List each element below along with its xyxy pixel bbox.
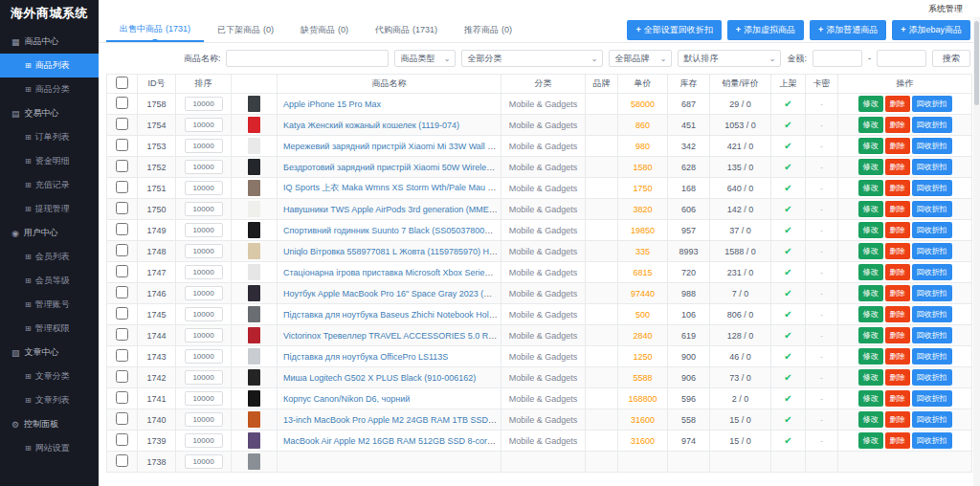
row-checkbox[interactable] xyxy=(116,265,128,277)
sort-input[interactable] xyxy=(185,307,223,321)
delete-button[interactable]: 删除 xyxy=(885,117,910,133)
sidebar-item[interactable]: ⊞管理账号 xyxy=(0,293,99,317)
toolbar-button[interactable]: +全部设置回收折扣 xyxy=(627,20,721,40)
filter-select[interactable]: 默认排序⌄ xyxy=(678,50,781,67)
filter-select[interactable]: 全部分类⌄ xyxy=(461,50,603,67)
edit-button[interactable]: 修改 xyxy=(858,306,883,322)
delete-button[interactable]: 删除 xyxy=(885,390,910,407)
delete-button[interactable]: 删除 xyxy=(885,411,910,428)
sort-input[interactable] xyxy=(185,160,223,174)
edit-button[interactable]: 修改 xyxy=(858,138,883,154)
amount-max-input[interactable] xyxy=(877,50,926,67)
amount-min-input[interactable] xyxy=(813,50,862,67)
recycle-discount-button[interactable]: 回收折扣 xyxy=(912,327,952,343)
product-name-link[interactable]: Стаціонарна ігрова приставка Microsoft X… xyxy=(283,268,501,277)
row-checkbox[interactable] xyxy=(116,328,128,341)
edit-button[interactable]: 修改 xyxy=(858,432,883,449)
tab-缺货商品[interactable]: 缺货商品(0) xyxy=(287,17,362,42)
recycle-discount-button[interactable]: 回收折扣 xyxy=(912,411,952,428)
recycle-discount-button[interactable]: 回收折扣 xyxy=(912,159,952,175)
toolbar-button[interactable]: +添加普通商品 xyxy=(810,20,886,40)
product-name-link[interactable]: Apple iPhone 15 Pro Max xyxy=(283,99,381,109)
product-name-link[interactable]: 13-inch MacBook Pro Apple M2 24GB RAM 1T… xyxy=(283,415,501,425)
row-checkbox[interactable] xyxy=(116,433,128,446)
delete-button[interactable]: 删除 xyxy=(885,264,910,280)
recycle-discount-button[interactable]: 回收折扣 xyxy=(912,201,952,217)
edit-button[interactable]: 修改 xyxy=(858,159,883,175)
sidebar-item[interactable]: ⊞充值记录 xyxy=(0,173,99,197)
product-name-link[interactable]: Підставка для ноутбука OfficePro LS113S xyxy=(283,352,448,362)
sort-input[interactable] xyxy=(185,244,223,258)
row-checkbox[interactable] xyxy=(116,307,128,320)
sidebar-item[interactable]: ⊞商品列表 xyxy=(0,54,99,77)
product-name-link[interactable]: Миша Logitech G502 X PLUS Black (910-006… xyxy=(283,373,476,383)
recycle-discount-button[interactable]: 回收折扣 xyxy=(912,369,952,386)
system-admin-link[interactable]: 系统管理 xyxy=(928,3,963,15)
tab-推荐商品[interactable]: 推荐商品(0) xyxy=(451,17,525,42)
delete-button[interactable]: 删除 xyxy=(885,159,910,175)
sidebar-section-header[interactable]: ▧文章中心 xyxy=(0,341,99,364)
row-checkbox[interactable] xyxy=(116,454,128,467)
recycle-discount-button[interactable]: 回收折扣 xyxy=(912,117,952,133)
sidebar-item[interactable]: ⊞文章列表 xyxy=(0,388,99,412)
row-checkbox[interactable] xyxy=(116,244,128,256)
delete-button[interactable]: 删除 xyxy=(885,243,910,259)
delete-button[interactable]: 删除 xyxy=(885,432,910,449)
sort-input[interactable] xyxy=(185,412,223,427)
sidebar-item[interactable]: ⊞网站设置 xyxy=(0,436,99,460)
filter-select[interactable]: 商品类型⌄ xyxy=(394,50,456,67)
product-name-link[interactable]: Ноутбук Apple MacBook Pro 16" Space Gray… xyxy=(283,289,501,298)
sidebar-item[interactable]: ⊞会员列表 xyxy=(0,245,99,269)
sidebar-item[interactable]: ⊞提现管理 xyxy=(0,197,99,221)
row-checkbox[interactable] xyxy=(116,160,128,172)
edit-button[interactable]: 修改 xyxy=(858,411,883,428)
edit-button[interactable]: 修改 xyxy=(858,285,883,301)
recycle-discount-button[interactable]: 回收折扣 xyxy=(912,180,952,196)
delete-button[interactable]: 删除 xyxy=(885,138,910,154)
edit-button[interactable]: 修改 xyxy=(858,243,883,259)
edit-button[interactable]: 修改 xyxy=(858,348,883,364)
sidebar-item[interactable]: ⊞商品分类 xyxy=(0,77,99,101)
recycle-discount-button[interactable]: 回收折扣 xyxy=(912,432,952,449)
recycle-discount-button[interactable]: 回收折扣 xyxy=(912,138,952,154)
sidebar-section-header[interactable]: ⚙控制面板 xyxy=(0,412,99,436)
delete-button[interactable]: 删除 xyxy=(885,327,910,343)
product-name-link[interactable]: Victorinox Тревеллер TRAVEL ACCESSORIES … xyxy=(283,331,501,341)
sidebar-section-header[interactable]: ▤交易中心 xyxy=(0,101,99,125)
scrollbar-thumb[interactable] xyxy=(974,21,979,105)
sort-input[interactable] xyxy=(185,202,223,216)
edit-button[interactable]: 修改 xyxy=(858,369,883,386)
delete-button[interactable]: 删除 xyxy=(885,201,910,217)
delete-button[interactable]: 删除 xyxy=(885,306,910,322)
tab-已下架商品[interactable]: 已下架商品(0) xyxy=(204,17,287,42)
delete-button[interactable]: 删除 xyxy=(885,285,910,301)
tab-代购商品[interactable]: 代购商品(1731) xyxy=(362,17,451,42)
product-name-link[interactable]: MacBook Air Apple M2 16GB RAM 512GB SSD … xyxy=(283,436,501,446)
sort-input[interactable] xyxy=(185,118,223,132)
product-name-link[interactable]: Мережевий зарядний пристрій Xiaomi Mi 33… xyxy=(283,142,501,151)
sort-input[interactable] xyxy=(185,223,223,237)
tab-出售中商品[interactable]: 出售中商品(1731) xyxy=(106,17,204,42)
recycle-discount-button[interactable]: 回收折扣 xyxy=(912,285,952,301)
recycle-discount-button[interactable]: 回收折扣 xyxy=(912,390,952,407)
edit-button[interactable]: 修改 xyxy=(858,201,883,217)
edit-button[interactable]: 修改 xyxy=(858,327,883,343)
edit-button[interactable]: 修改 xyxy=(858,222,883,238)
sidebar-item[interactable]: ⊞会员等级 xyxy=(0,269,99,293)
row-checkbox[interactable] xyxy=(116,286,128,298)
toolbar-button[interactable]: +添加ebay商品 xyxy=(892,20,970,40)
row-checkbox[interactable] xyxy=(116,97,128,109)
row-checkbox[interactable] xyxy=(116,181,128,193)
row-checkbox[interactable] xyxy=(116,118,128,130)
product-name-link[interactable]: Корпус Canon/Nikon D6, чорний xyxy=(283,394,410,404)
row-checkbox[interactable] xyxy=(116,370,128,383)
sort-input[interactable] xyxy=(185,433,223,448)
edit-button[interactable]: 修改 xyxy=(858,390,883,407)
toolbar-button[interactable]: +添加虚拟商品 xyxy=(727,20,804,40)
sidebar-item[interactable]: ⊞订单列表 xyxy=(0,125,99,149)
recycle-discount-button[interactable]: 回收折扣 xyxy=(912,243,952,259)
sort-input[interactable] xyxy=(185,349,223,364)
sort-input[interactable] xyxy=(185,265,223,279)
delete-button[interactable]: 删除 xyxy=(885,222,910,238)
recycle-discount-button[interactable]: 回收折扣 xyxy=(912,348,952,364)
